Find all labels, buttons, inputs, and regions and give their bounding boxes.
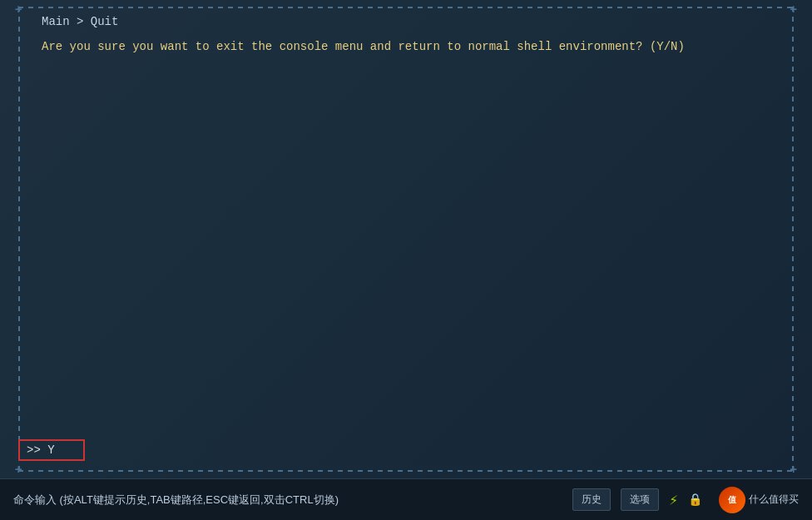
border-right bbox=[792, 7, 794, 472]
border-bottom bbox=[18, 470, 794, 472]
border-top bbox=[18, 7, 794, 8]
lightning-icon: ⚡ bbox=[669, 491, 678, 509]
watermark-avatar: 值 bbox=[719, 487, 745, 513]
lock-icon: 🔒 bbox=[688, 493, 702, 507]
history-button[interactable]: 历史 bbox=[572, 488, 611, 511]
question-text: Are you sure you want to exit the consol… bbox=[42, 40, 685, 53]
input-prompt[interactable]: >> Y bbox=[18, 439, 85, 461]
border-left bbox=[18, 7, 20, 472]
statusbar-hint: 命令输入 (按ALT键提示历史,TAB键路径,ESC键返回,双击CTRL切换) bbox=[13, 493, 562, 508]
watermark-label: 什么值得买 bbox=[749, 493, 799, 507]
breadcrumb: Main > Quit bbox=[42, 15, 118, 28]
watermark-area: 值 什么值得买 bbox=[719, 487, 799, 513]
statusbar: 命令输入 (按ALT键提示历史,TAB键路径,ESC键返回,双击CTRL切换) … bbox=[0, 478, 812, 520]
input-line-area: >> Y bbox=[18, 437, 794, 463]
terminal-area: + + + + Main > Quit Are you sure you wan… bbox=[0, 0, 812, 478]
options-button[interactable]: 选项 bbox=[621, 488, 659, 511]
